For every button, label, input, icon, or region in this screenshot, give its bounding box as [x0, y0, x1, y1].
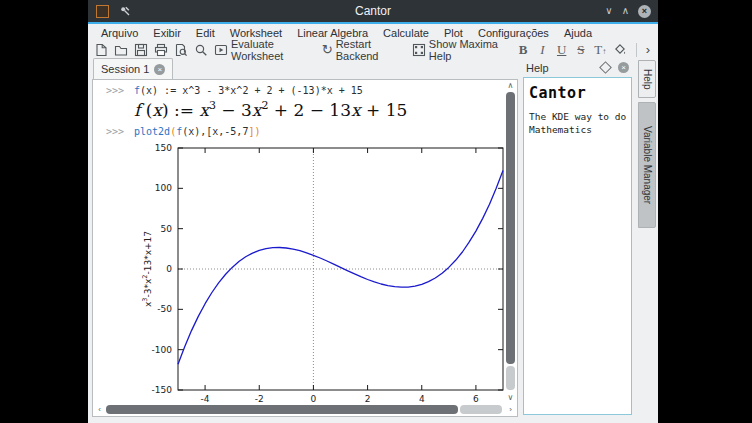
- cantor-window: Cantor ∨ ∧ × ArquivoExibirEditWorksheetL…: [88, 0, 658, 423]
- fill-color-button[interactable]: [613, 43, 627, 57]
- minimize-button[interactable]: ∨: [605, 6, 612, 16]
- plot-canvas: -4-20246-150-100-50050100150: [128, 140, 513, 406]
- plot-output-image: x3-3*x2-13*x+17 -4-20246-150-100-5005010…: [128, 140, 513, 406]
- bold-button[interactable]: B: [517, 42, 530, 58]
- horizontal-scrollbar-track[interactable]: [460, 405, 502, 414]
- plot-y-axis-label: x3-3*x2-13*x+17: [141, 209, 153, 329]
- search-button[interactable]: [194, 43, 208, 57]
- document-preview-button[interactable]: [174, 43, 188, 57]
- command-entry-1[interactable]: f(x) := x^3 - 3*x^2 + 2 + (-13)*x + 15: [134, 85, 363, 96]
- help-body: The KDE way to do Mathematics: [529, 111, 629, 137]
- save-icon: [134, 43, 148, 57]
- svg-text:0: 0: [166, 264, 172, 274]
- scroll-up-icon[interactable]: ∧: [504, 80, 517, 92]
- maximize-button[interactable]: ∧: [622, 6, 629, 16]
- window-title: Cantor: [88, 4, 658, 18]
- help-panel-close-icon[interactable]: ×: [618, 62, 629, 73]
- tab-session-1-label: Session 1: [101, 63, 149, 75]
- help-heading: Cantor: [529, 84, 626, 102]
- float-panel-icon[interactable]: [599, 61, 612, 74]
- restart-icon: ↻: [322, 42, 333, 57]
- command-entry-2[interactable]: plot2d(f(x),[x,-5,7]): [134, 126, 260, 137]
- open-folder-icon: [114, 43, 128, 57]
- font-size-up-button[interactable]: T↑: [594, 42, 607, 58]
- open-folder-button[interactable]: [114, 43, 128, 57]
- print-icon: [154, 43, 168, 57]
- prompt-2: >>>: [106, 126, 124, 137]
- save-button[interactable]: [134, 43, 148, 57]
- toolbar-overflow-button[interactable]: ›: [646, 42, 650, 57]
- toolbar: Evaluate Worksheet↻Restart BackendShow M…: [88, 41, 658, 58]
- help-panel-header: Help ×: [521, 58, 634, 77]
- vertical-scrollbar-track[interactable]: [506, 366, 515, 390]
- tab-session-1[interactable]: Session 1 ×: [93, 58, 173, 79]
- document-preview-icon: [174, 43, 188, 57]
- help-panel: Help × Cantor The KDE way to do Mathemat…: [521, 58, 634, 417]
- prompt-1: >>>: [106, 85, 124, 96]
- titlebar: Cantor ∨ ∧ ×: [88, 0, 658, 22]
- menu-exibir[interactable]: Exibir: [153, 27, 181, 39]
- scroll-left-icon[interactable]: ‹: [93, 403, 106, 416]
- horizontal-scrollbar[interactable]: ‹ ›: [93, 403, 517, 416]
- vertical-scrollbar-thumb[interactable]: [506, 92, 515, 364]
- maxima-help-icon: [412, 43, 426, 57]
- svg-text:-150: -150: [152, 385, 173, 395]
- tab-close-icon[interactable]: ×: [154, 64, 165, 75]
- help-panel-content: Cantor The KDE way to do Mathematics: [523, 77, 632, 415]
- svg-text:-50: -50: [157, 304, 172, 314]
- toolbar-separator: [636, 43, 637, 57]
- new-document-icon: [94, 43, 108, 57]
- side-tab-strip: HelpVariable Manager: [636, 58, 658, 423]
- scroll-right-icon[interactable]: ›: [504, 403, 517, 416]
- worksheet: >>> f(x) := x^3 - 3*x^2 + 2 + (-13)*x + …: [92, 79, 518, 417]
- svg-text:-100: -100: [152, 345, 173, 355]
- fill-color-icon: [613, 43, 627, 57]
- svg-text:100: 100: [155, 183, 172, 193]
- vertical-scrollbar[interactable]: ∧ ∨: [504, 80, 517, 404]
- side-tab-variable-manager[interactable]: Variable Manager: [638, 102, 656, 228]
- close-button[interactable]: ×: [638, 5, 651, 18]
- menu-arquivo[interactable]: Arquivo: [101, 27, 138, 39]
- side-tab-help[interactable]: Help: [638, 60, 656, 98]
- italic-button[interactable]: I: [536, 42, 549, 58]
- worksheet-tabbar: Session 1 ×: [92, 58, 518, 80]
- svg-text:150: 150: [155, 143, 172, 153]
- strikethrough-button[interactable]: S: [574, 42, 587, 58]
- menu-ajuda[interactable]: Ajuda: [564, 27, 592, 39]
- menu-edit[interactable]: Edit: [196, 27, 215, 39]
- print-button[interactable]: [154, 43, 168, 57]
- new-document-button[interactable]: [94, 43, 108, 57]
- horizontal-scrollbar-thumb[interactable]: [106, 405, 458, 414]
- help-panel-title: Help: [526, 62, 549, 74]
- svg-text:50: 50: [161, 224, 173, 234]
- underline-button[interactable]: U: [555, 42, 568, 58]
- run-icon: [214, 43, 228, 57]
- search-icon: [194, 43, 208, 57]
- rendered-formula: f (x) := x3 − 3x2 + 2 − 13x + 15: [134, 99, 407, 120]
